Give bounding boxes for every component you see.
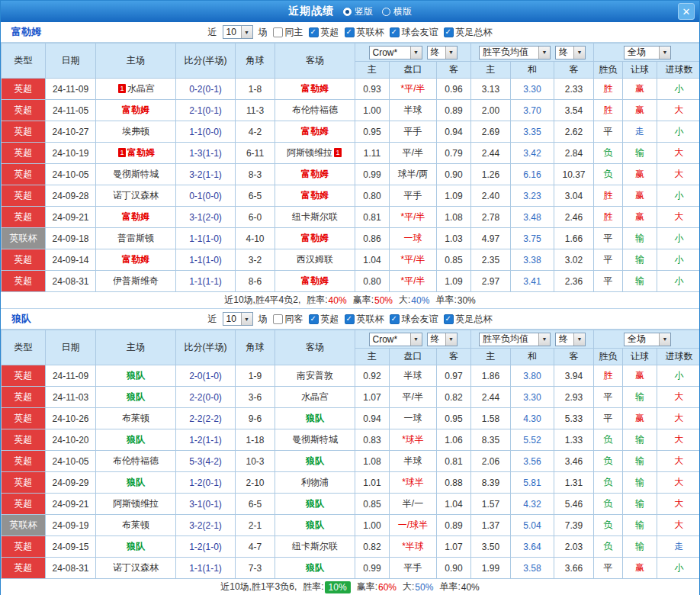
home-team[interactable]: 狼队 (96, 387, 176, 408)
away-team[interactable]: 纽卡斯尔联 (275, 207, 355, 228)
avg-time-value: 终 (559, 46, 568, 59)
league-filter-checkbox[interactable]: 球会友谊 (390, 313, 438, 326)
goals-result: 小 (657, 228, 700, 249)
home-team[interactable]: 狼队 (96, 429, 176, 451)
away-team[interactable]: 富勒姆 (275, 79, 355, 100)
away-team[interactable]: 水晶宫 (275, 387, 355, 408)
checkbox-unchecked-icon (273, 27, 283, 37)
avg-time-select[interactable]: 终 ▼ (555, 46, 586, 60)
away-team[interactable]: 狼队 (275, 494, 355, 515)
away-team[interactable]: 阿斯顿维拉1 (275, 143, 355, 164)
home-team[interactable]: 富勒姆 (96, 100, 176, 121)
league-filter-checkbox[interactable]: 英联杯 (345, 26, 384, 39)
home-team[interactable]: 曼彻斯特城 (96, 164, 176, 185)
league-filter-checkbox[interactable]: 英超 (309, 313, 339, 326)
handicap-result: 输 (623, 536, 657, 558)
same-venue-checkbox[interactable]: 同主 (273, 26, 303, 39)
avg-draw: 3.48 (511, 207, 554, 228)
avg-odds-select[interactable]: 胜平负均值 ▼ (479, 46, 551, 60)
league-filter-checkbox[interactable]: 英足总杯 (444, 313, 493, 326)
score: 1-1(1-1) (176, 558, 236, 579)
home-team[interactable]: 狼队 (96, 472, 176, 494)
col-odds-away: 客 (437, 62, 471, 79)
radio-vertical-layout[interactable]: 竖版 (343, 5, 373, 18)
competition-type: 英超 (2, 536, 46, 558)
away-team[interactable]: 富勒姆 (275, 185, 355, 207)
away-team[interactable]: 富勒姆 (275, 228, 355, 249)
away-team[interactable]: 纽卡斯尔联 (275, 536, 355, 558)
team-label: 富勒姆 (301, 83, 329, 94)
home-team[interactable]: 诺丁汉森林 (96, 185, 176, 207)
home-team[interactable]: 富勒姆 (96, 249, 176, 271)
team-label: 埃弗顿 (122, 126, 149, 137)
chevron-down-icon: ▼ (538, 47, 550, 59)
home-team[interactable]: 1富勒姆 (96, 143, 176, 164)
handicap-result: 输 (623, 472, 657, 494)
home-team[interactable]: 1水晶宫 (96, 79, 176, 100)
avg-time-select[interactable]: 终 ▼ (555, 333, 586, 346)
odds-company-select[interactable]: Crow* ▼ (369, 46, 422, 60)
home-team[interactable]: 普雷斯顿 (96, 228, 176, 249)
away-team[interactable]: 曼彻斯特城 (275, 429, 355, 451)
home-odds: 1.00 (355, 515, 390, 536)
away-team[interactable]: 利物浦 (275, 472, 355, 494)
home-team[interactable]: 布莱顿 (96, 408, 176, 429)
odds-time-select[interactable]: 终 ▼ (427, 333, 458, 346)
match-count-select[interactable]: 10 ▼ (223, 312, 253, 326)
close-button[interactable]: ✕ (678, 3, 695, 20)
competition-type: 英超 (2, 451, 46, 472)
away-team[interactable]: 西汉姆联 (275, 249, 355, 271)
goals-result: 大 (657, 408, 700, 429)
score: 1-2(1-1) (176, 429, 236, 451)
home-team[interactable]: 阿斯顿维拉 (96, 494, 176, 515)
match-date: 24-09-15 (46, 536, 96, 558)
league-filter-checkbox[interactable]: 英超 (309, 26, 339, 39)
scope-select[interactable]: 全场 ▼ (624, 46, 671, 60)
away-team[interactable]: 富勒姆 (275, 271, 355, 292)
score: 5-3(4-2) (176, 451, 236, 472)
handicap-result: 赢 (623, 185, 657, 207)
home-team[interactable]: 狼队 (96, 536, 176, 558)
handicap-result: 输 (623, 429, 657, 451)
goals-result: 大 (657, 143, 700, 164)
competition-type: 英超 (2, 408, 46, 429)
home-team[interactable]: 伊普斯维奇 (96, 271, 176, 292)
away-team[interactable]: 富勒姆 (275, 164, 355, 185)
league-filter-checkbox[interactable]: 球会友谊 (390, 26, 438, 39)
radio-vertical-label: 竖版 (355, 5, 373, 18)
goals-result: 小 (657, 79, 700, 100)
home-team[interactable]: 埃弗顿 (96, 121, 176, 143)
team-label: 富勒姆 (301, 169, 329, 179)
avg-away: 7.39 (554, 515, 594, 536)
away-team[interactable]: 富勒姆 (275, 121, 355, 143)
score: 1-1(1-0) (176, 228, 236, 249)
home-team[interactable]: 布伦特福德 (96, 451, 176, 472)
match-count-select[interactable]: 10 ▼ (223, 25, 253, 39)
match-date: 24-10-19 (46, 143, 96, 164)
away-odds: 0.88 (437, 472, 471, 494)
home-team[interactable]: 富勒姆 (96, 207, 176, 228)
odds-time-select[interactable]: 终 ▼ (427, 46, 458, 60)
league-filter-checkbox[interactable]: 英足总杯 (444, 26, 493, 39)
league-filter-checkbox[interactable]: 英联杯 (345, 313, 384, 326)
handicap: *球半 (390, 472, 437, 494)
away-team[interactable]: 南安普敦 (275, 365, 355, 387)
away-team[interactable]: 布伦特福德 (275, 100, 355, 121)
match-date: 24-09-28 (46, 185, 96, 207)
same-venue-checkbox[interactable]: 同客 (273, 313, 303, 326)
away-team[interactable]: 狼队 (275, 408, 355, 429)
home-team[interactable]: 诺丁汉森林 (96, 558, 176, 579)
radio-horizontal-layout[interactable]: 横版 (382, 5, 412, 18)
avg-odds-select[interactable]: 胜平负均值 ▼ (479, 333, 551, 346)
scope-select[interactable]: 全场 ▼ (624, 333, 671, 346)
away-team[interactable]: 狼队 (275, 515, 355, 536)
match-row: 英超24-08-31诺丁汉森林1-1(1-1)7-3狼队0.99平手0.901.… (2, 558, 700, 579)
odds-company-value: Crow* (373, 47, 398, 58)
league-filters: 英超英联杯球会友谊英足总杯 (309, 26, 493, 39)
away-team[interactable]: 狼队 (275, 451, 355, 472)
odds-company-select[interactable]: Crow* ▼ (369, 333, 422, 346)
home-team[interactable]: 布莱顿 (96, 515, 176, 536)
home-team[interactable]: 狼队 (96, 365, 176, 387)
avg-home: 2.69 (471, 121, 511, 143)
away-team[interactable]: 狼队 (275, 558, 355, 579)
